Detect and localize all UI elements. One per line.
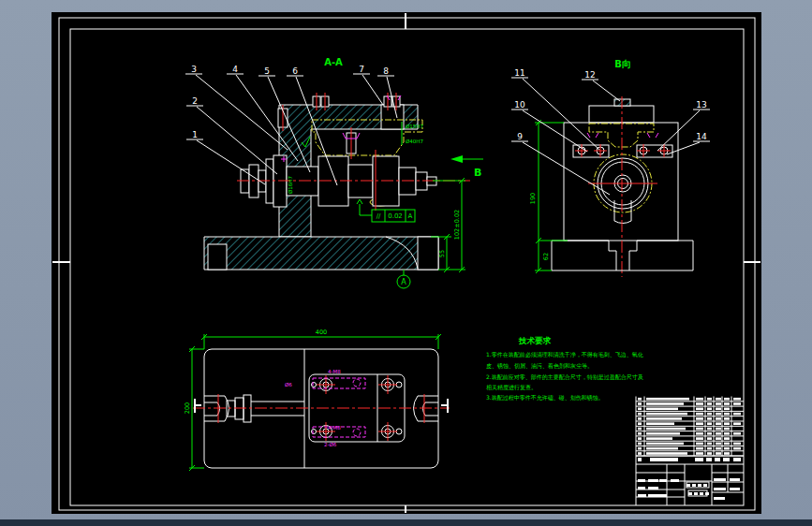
svg-text:皮、锈蚀、切屑、油污、着色剂和灰尘等。: 皮、锈蚀、切屑、油污、着色剂和灰尘等。 bbox=[486, 362, 593, 370]
balloon-8: 8 bbox=[383, 66, 389, 76]
view-arrow-label: B bbox=[474, 167, 481, 179]
bore-large-dim: Ø40H7 bbox=[406, 139, 423, 144]
section-label: A-A bbox=[324, 57, 343, 67]
balloon-9: 9 bbox=[517, 132, 523, 141]
svg-text:A: A bbox=[408, 212, 413, 220]
balloon-5: 5 bbox=[264, 66, 270, 76]
balloon-2: 2 bbox=[192, 96, 198, 106]
plan-pin2-dim: 2-Ø6 bbox=[324, 442, 337, 447]
svg-text:102±0.02: 102±0.02 bbox=[453, 210, 461, 240]
svg-text:相关精度进行复查。: 相关精度进行复查。 bbox=[486, 384, 537, 391]
balloon-7: 7 bbox=[359, 65, 364, 74]
svg-text:200: 200 bbox=[184, 402, 191, 414]
svg-text:62: 62 bbox=[542, 253, 550, 260]
balloon-1: 1 bbox=[192, 130, 198, 139]
balloon-3: 3 bbox=[191, 65, 197, 74]
side-view-label: B向 bbox=[614, 59, 631, 69]
tech-req-title: 技术要求 bbox=[518, 336, 552, 345]
plan-bottom-holes-dim: 4-M8 bbox=[328, 425, 341, 431]
balloon-6: 6 bbox=[292, 66, 298, 76]
cad-viewer-canvas[interactable]: A-A bbox=[0, 0, 812, 526]
svg-text:A: A bbox=[401, 278, 406, 286]
svg-text://: // bbox=[376, 212, 381, 220]
balloon-4: 4 bbox=[232, 65, 238, 74]
balloon-12: 12 bbox=[584, 70, 595, 80]
svg-text:1.零件在装配前必须清理和清洗干净，不得有毛刺、飞边、氧化: 1.零件在装配前必须清理和清洗干净，不得有毛刺、飞边、氧化 bbox=[486, 351, 643, 358]
svg-text:400: 400 bbox=[316, 329, 327, 336]
svg-text:0.02: 0.02 bbox=[388, 212, 403, 220]
balloon-11: 11 bbox=[514, 68, 524, 78]
shaft-fit-dim: Ø16H7 bbox=[288, 176, 293, 194]
plan-pin-dim: Ø6 bbox=[285, 382, 292, 387]
balloon-13: 13 bbox=[696, 100, 706, 110]
balloon-10: 10 bbox=[514, 100, 525, 110]
balloon-14: 14 bbox=[696, 132, 707, 141]
drawing-sheet: A-A bbox=[0, 0, 812, 526]
svg-text:3.装配过程中零件不允许磕、碰、划伤和锈蚀。: 3.装配过程中零件不允许磕、碰、划伤和锈蚀。 bbox=[486, 394, 604, 402]
svg-text:55: 55 bbox=[438, 250, 446, 257]
window-bottom-bar bbox=[0, 519, 812, 526]
bore-small-dim: Ø15H7 bbox=[406, 124, 423, 129]
plan-top-holes-dim: 4-M8 bbox=[328, 369, 341, 374]
svg-text:190: 190 bbox=[529, 193, 537, 204]
svg-text:2.装配前应对零、部件的主要配合尺寸，特别是过盈配合尺寸及: 2.装配前应对零、部件的主要配合尺寸，特别是过盈配合尺寸及 bbox=[486, 373, 643, 381]
